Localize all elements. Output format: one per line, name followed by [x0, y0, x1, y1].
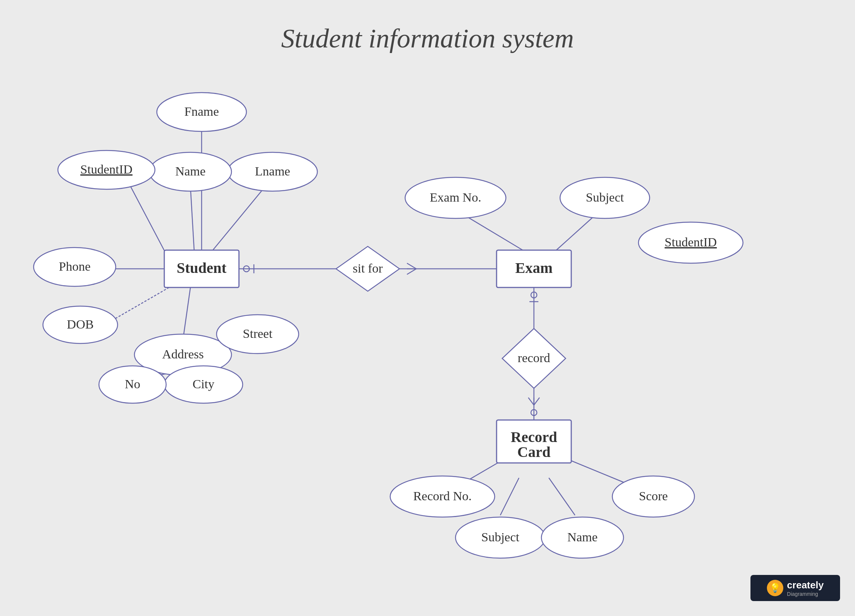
sit-for-label: sit for: [353, 261, 383, 275]
edge-student-name: [190, 187, 194, 250]
edge-student-lname: [213, 187, 265, 250]
logo-bulb-icon: 💡: [767, 580, 783, 596]
student-id2-label: StudentID: [665, 235, 717, 249]
crowfoot2: [407, 269, 416, 274]
record-no-label: Record No.: [413, 489, 472, 503]
subject-exam-label: Subject: [586, 190, 624, 204]
phone-label: Phone: [59, 259, 91, 273]
lname-label: Lname: [255, 164, 290, 178]
edge-exam-subject: [556, 216, 594, 250]
logo-brand-name: creately: [787, 579, 824, 591]
creately-logo: 💡 creately Diagramming: [751, 575, 840, 601]
student-label: Student: [176, 259, 227, 276]
crowfoot-rc2: [534, 398, 539, 405]
score-label: Score: [639, 489, 668, 503]
student-id-label: StudentID: [80, 162, 133, 176]
edge-student-address: [183, 288, 190, 340]
edge-rc-name: [549, 478, 575, 515]
edge-student-studentid: [131, 187, 168, 257]
street-label: Street: [243, 327, 273, 340]
name-label: Name: [175, 164, 205, 178]
no-label: No: [125, 377, 140, 391]
record-card-label2: Card: [518, 443, 551, 460]
crowfoot-rc1: [528, 398, 534, 405]
exam-label: Exam: [515, 259, 553, 276]
fname-label: Fname: [184, 104, 219, 118]
address-label: Address: [162, 347, 204, 361]
crowfoot1: [407, 263, 416, 269]
dob-label: DOB: [67, 317, 94, 331]
exam-no-label: Exam No.: [430, 190, 481, 204]
logo-sub-text: Diagramming: [787, 591, 824, 597]
edge-exam-examno: [467, 216, 523, 250]
diagram-title: Student information system: [281, 23, 574, 54]
record-card-label: Record: [511, 429, 557, 445]
edge-rc-subject: [500, 478, 519, 515]
subject-rc-label: Subject: [481, 530, 520, 544]
city-label: City: [193, 377, 215, 391]
record-label: record: [518, 351, 550, 365]
name-rc-label: Name: [567, 530, 598, 544]
logo-text-block: creately Diagramming: [787, 579, 824, 597]
edge-rc-score: [567, 459, 631, 485]
